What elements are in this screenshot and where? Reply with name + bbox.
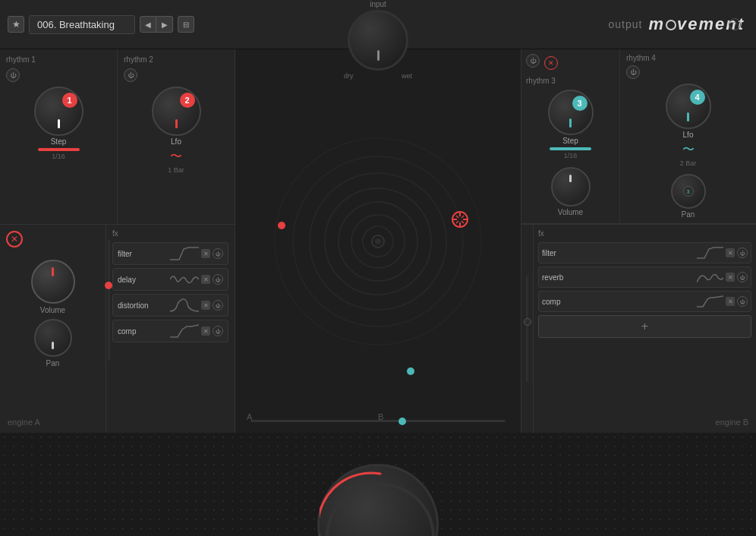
engine-a-panel: rhythm 1 ⏻ 1 Step 1/16 rhythm 2 ⏻ <box>0 49 235 433</box>
pan-a-knob[interactable] <box>34 319 72 357</box>
pan-b-knob[interactable]: 3 <box>671 174 706 209</box>
rhythm-3-number: 3 <box>572 96 587 111</box>
engine-b-panel: ⏻ ✕ rhythm 3 3 Step 1/16 <box>521 49 756 433</box>
engine-a-slider-thumb[interactable] <box>105 282 112 289</box>
fx-b-comp-close[interactable]: ✕ <box>726 297 735 306</box>
rhythm-3-bar-label: 1/16 <box>564 152 578 159</box>
engine-a-cross-icon[interactable]: ✕ <box>6 231 23 248</box>
engine-b-label: engine B <box>716 418 748 427</box>
help-icon[interactable]: ? <box>729 18 741 30</box>
engine-b-slider-track <box>526 276 528 382</box>
xy-cursor-svg <box>451 210 469 229</box>
volume-a-knob[interactable] <box>31 260 75 304</box>
fx-filter-power[interactable]: ⏻ <box>213 248 223 259</box>
star-button[interactable]: ★ <box>8 16 24 33</box>
fx-comp-close[interactable]: ✕ <box>201 326 210 336</box>
nav-next-button[interactable]: ▶ <box>156 16 173 33</box>
pan-b-label: Pan <box>682 210 695 219</box>
fx-b-reverb-power[interactable]: ⏻ <box>737 272 748 282</box>
output-knob[interactable]: output <box>317 464 439 536</box>
pan-b-number: 3 <box>683 186 694 197</box>
fx-filter-close[interactable]: ✕ <box>201 249 210 258</box>
rhythm-2-wave: 〜 <box>170 149 182 165</box>
engine-a-fx: fx filter ✕ ⏻ delay ✕ ⏻ <box>106 225 235 433</box>
fx-b-filter-close[interactable]: ✕ <box>726 248 735 257</box>
spiral-container <box>257 120 499 363</box>
fx-b-add-button[interactable]: + <box>538 315 751 338</box>
fx-b-reverb-name: reverb <box>542 273 697 282</box>
rhythm-3-indicator <box>569 118 572 128</box>
rhythm-4-wave: 〜 <box>682 142 695 158</box>
fx-delay-close[interactable]: ✕ <box>201 275 210 284</box>
rhythm-1-knob[interactable]: 1 <box>34 87 83 136</box>
fx-b-filter-power[interactable]: ⏻ <box>737 248 748 258</box>
engine-b-power[interactable]: ⏻ <box>526 54 540 68</box>
svg-point-8 <box>375 238 381 244</box>
rhythm-1-mode: Step <box>51 137 67 146</box>
save-button[interactable]: ⊟ <box>178 16 194 33</box>
fx-distortion-power[interactable]: ⏻ <box>213 300 223 311</box>
rhythm-3-knob[interactable]: 3 <box>548 90 594 135</box>
xy-dot-teal[interactable] <box>407 367 414 375</box>
spiral-svg <box>257 120 499 363</box>
rhythm-1-number: 1 <box>62 93 77 108</box>
rhythm-2-power[interactable]: ⏻ <box>124 68 137 82</box>
input-knob[interactable] <box>348 10 408 71</box>
rhythm-2-knob[interactable]: 2 <box>152 87 201 136</box>
pan-a-indicator <box>52 342 54 349</box>
fx-b-comp-power[interactable]: ⏻ <box>737 296 748 307</box>
fx-b-filter-name: filter <box>542 249 697 257</box>
rhythm-1-section: rhythm 1 ⏻ 1 Step 1/16 <box>0 49 118 224</box>
rhythm-1-label: rhythm 1 <box>6 55 111 64</box>
volume-b-container: Volume <box>521 167 619 216</box>
svg-line-17 <box>456 221 458 223</box>
fx-filter-name: filter <box>118 250 170 258</box>
rhythm-b-row: ⏻ ✕ rhythm 3 3 Step 1/16 <box>521 49 756 224</box>
fx-b-comp: comp ✕ ⏻ <box>538 291 751 312</box>
fx-comp: comp ✕ ⏻ <box>112 320 228 342</box>
rhythm-1-indicator <box>58 119 60 128</box>
xy-pad[interactable]: A B <box>235 49 521 433</box>
fx-b-comp-graph <box>697 295 723 308</box>
output-knob-container: output <box>317 464 439 536</box>
engine-b-slider-thumb[interactable] <box>524 318 531 326</box>
dry-label: dry <box>344 72 354 80</box>
xy-h-slider[interactable] <box>250 418 506 425</box>
fx-b-reverb-graph <box>697 270 723 284</box>
volume-a-indicator <box>52 267 54 276</box>
engine-b-cross[interactable]: ✕ <box>544 56 558 70</box>
rhythm-1-power[interactable]: ⏻ <box>6 68 20 82</box>
engine-b-v-slider[interactable] <box>521 225 534 433</box>
volume-b-knob[interactable] <box>551 167 591 207</box>
nav-prev-button[interactable]: ◀ <box>140 16 156 33</box>
fx-distortion-close[interactable]: ✕ <box>201 301 210 310</box>
volume-b-label: Volume <box>558 208 583 216</box>
engine-a-slider-track <box>108 239 110 361</box>
fx-b-reverb: reverb ✕ ⏻ <box>538 266 751 288</box>
preset-name[interactable]: 006. Breathtaking <box>29 15 135 34</box>
rhythm-1-knob-container: 1 Step 1/16 <box>6 87 111 160</box>
rhythm-2-section: rhythm 2 ⏻ 2 Lfo 〜 1 Bar <box>118 49 235 224</box>
rhythm-4-knob[interactable]: 4 <box>666 84 711 129</box>
engine-b-fx: fx filter ✕ ⏻ reverb <box>534 225 756 433</box>
rhythm-1-bar-label: 1/16 <box>52 153 65 160</box>
rhythm-4-power[interactable]: ⏻ <box>626 65 640 79</box>
fx-distortion-name: distortion <box>118 301 170 310</box>
volume-b-indicator <box>569 175 572 182</box>
rhythm-1-bar <box>38 148 80 151</box>
fx-b-reverb-close[interactable]: ✕ <box>726 273 735 282</box>
wet-label: wet <box>402 72 412 80</box>
xy-h-slider-thumb[interactable] <box>398 418 406 425</box>
fx-delay-power[interactable]: ⏻ <box>213 274 223 285</box>
fx-delay-name: delay <box>118 276 170 284</box>
nav-buttons: ◀ ▶ <box>140 16 173 33</box>
svg-line-16 <box>461 216 464 218</box>
pan-b-container: 3 Pan <box>626 174 750 219</box>
xy-cursor[interactable] <box>451 210 469 229</box>
output-brand: output <box>608 18 642 30</box>
input-section: input dry wet <box>310 0 446 80</box>
fx-filter: filter ✕ ⏻ <box>112 242 228 265</box>
fx-comp-power[interactable]: ⏻ <box>213 326 223 336</box>
rhythm-3-container: 3 Step 1/16 <box>521 85 619 164</box>
rhythm-4-number: 4 <box>690 90 705 105</box>
